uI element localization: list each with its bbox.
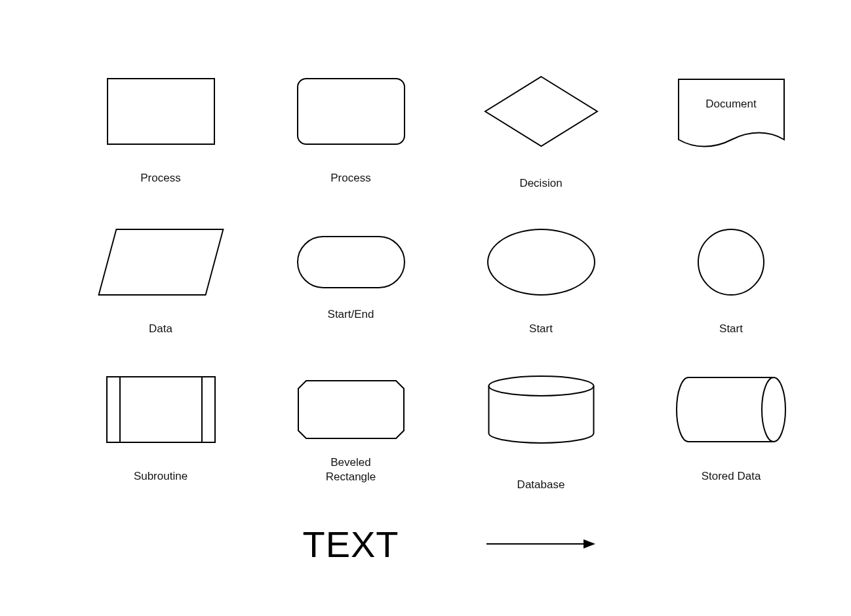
ellipse-icon — [487, 229, 595, 296]
arrow-icon — [485, 537, 597, 550]
diamond-icon — [484, 75, 599, 147]
shape-document: Document — [636, 59, 826, 164]
row-3: Subroutine Beveled Rectangle Database — [0, 357, 851, 462]
parallelogram-icon — [98, 229, 224, 296]
svg-marker-4 — [584, 539, 595, 549]
beveled-rectangle-icon — [297, 379, 405, 440]
shape-process-rectangle: Process — [66, 59, 256, 164]
stadium-icon — [297, 236, 405, 288]
shape-start-end: Start/End — [256, 210, 446, 315]
shape-start-circle: Start — [636, 210, 826, 315]
shape-subroutine: Subroutine — [66, 357, 256, 462]
empty-cell — [636, 491, 826, 596]
subroutine-icon — [106, 376, 216, 443]
rounded-rectangle-icon — [297, 78, 405, 145]
shape-data: Data — [66, 210, 256, 315]
shape-text: TEXT — [256, 491, 446, 596]
rectangle-icon — [107, 78, 215, 145]
shape-label: Start — [698, 296, 764, 362]
row-4: TEXT — [0, 491, 851, 596]
stored-data-icon — [675, 376, 787, 443]
shape-label: Decision — [484, 147, 599, 220]
shape-label: Start/End — [297, 288, 405, 341]
empty-cell — [66, 491, 256, 596]
svg-marker-1 — [298, 381, 404, 438]
row-2: Data Start/End Start Start — [0, 210, 851, 315]
shape-decision: Decision — [446, 59, 636, 164]
text-label: TEXT — [302, 523, 399, 566]
cylinder-icon — [487, 375, 595, 444]
circle-icon — [698, 229, 764, 296]
shape-arrow — [446, 491, 636, 596]
shape-label: Document — [677, 98, 785, 111]
shape-label: Start — [487, 296, 595, 362]
shape-stored-data: Stored Data — [636, 357, 826, 462]
row-1: Process Process Decision Document — [0, 59, 851, 164]
shape-process-rounded: Process — [256, 59, 446, 164]
svg-marker-0 — [485, 77, 597, 146]
shape-label: Process — [107, 145, 215, 212]
flowchart-shapes-palette: Process Process Decision Document — [0, 0, 851, 616]
svg-point-2 — [488, 376, 593, 396]
shape-database: Database — [446, 357, 636, 462]
shape-start-ellipse: Start — [446, 210, 636, 315]
shape-label: Process — [297, 145, 405, 212]
shape-beveled-rectangle: Beveled Rectangle — [256, 357, 446, 462]
document-icon — [677, 78, 785, 147]
shape-label: Data — [107, 296, 215, 362]
